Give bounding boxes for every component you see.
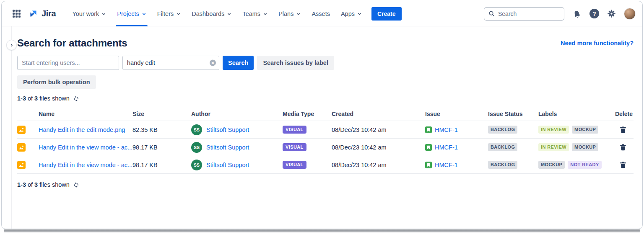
label-badge: MOCKUP [538,161,565,169]
nav-item-plans[interactable]: Plans [273,1,306,26]
user-avatar[interactable] [624,8,636,20]
author-link[interactable]: Stiltsoft Support [206,144,249,151]
need-more-functionality-link[interactable]: Need more functionality? [561,40,634,46]
refresh-icon[interactable] [73,182,79,188]
create-button[interactable]: Create [371,7,402,21]
search-icon [488,10,495,17]
created-date: 08/Dec/23 10:42 am [332,126,425,133]
file-size: 98.17 KB [132,144,191,151]
nav-item-projects[interactable]: Projects [112,1,151,26]
search-button[interactable]: Search [223,56,254,70]
header-delete: Delete [613,111,634,117]
label-badge: IN REVIEW [538,143,569,151]
file-name-link[interactable]: Handy Edit in the edit mode.png [39,126,125,133]
jira-logo-text: Jira [42,9,56,18]
nav-item-teams[interactable]: Teams [237,1,273,26]
global-search-input[interactable] [498,10,560,17]
bulk-operation-button[interactable]: Perform bulk operation [17,75,96,89]
search-by-label-button[interactable]: Search issues by label [257,56,334,70]
table-row: Handy Edit in the view mode - ac... 98.1… [17,139,634,156]
page-title: Search for attachments [17,37,127,49]
results-count-top: 1-3 of 3 files shown [17,95,634,102]
delete-button[interactable] [618,142,628,152]
sidebar-expand-button[interactable] [6,40,17,50]
nav-item-assets[interactable]: Assets [306,1,335,26]
author-avatar: SS [191,142,202,153]
window-bottom-edge [4,229,640,232]
author-link[interactable]: Stiltsoft Support [206,162,249,168]
header-issue: Issue [425,111,488,117]
chevron-down-icon [357,12,362,16]
chevron-down-icon [101,12,106,16]
delete-button[interactable] [618,125,628,134]
media-type-badge: VISUAL [283,126,306,134]
trash-icon [619,143,627,151]
author-avatar: SS [191,124,202,135]
header-author: Author [191,111,283,117]
label-badge: IN REVIEW [538,126,569,134]
issue-status-badge: BACKLOG [488,143,517,151]
issue-link[interactable]: HMCF-1 [435,162,458,168]
media-type-badge: VISUAL [283,143,306,151]
settings-gear-icon[interactable] [607,9,616,18]
delete-button[interactable] [618,160,628,170]
attachments-table: Name Size Author Media Type Created Issu… [17,107,634,174]
main-content: Search for attachments Need more functio… [2,37,642,188]
chevron-down-icon [142,12,146,16]
sidebar-divider [11,26,12,229]
trash-icon [619,161,627,169]
file-name-link[interactable]: Handy Edit in the view mode - ac... [39,144,132,151]
chevron-right-icon [10,43,14,47]
issue-link[interactable]: HMCF-1 [435,126,458,133]
header-created: Created [332,111,425,117]
nav-item-apps[interactable]: Apps [335,1,367,26]
media-type-badge: VISUAL [283,161,306,169]
refresh-icon[interactable] [73,95,79,102]
table-header-row: Name Size Author Media Type Created Issu… [17,107,634,121]
story-issue-icon [425,126,432,133]
browser-window: Jira Your work Projects Filters Dashboar… [1,1,643,229]
author-link[interactable]: Stiltsoft Support [206,126,249,133]
header-media-type: Media Type [283,111,332,117]
nav-item-your-work[interactable]: Your work [67,1,112,26]
users-filter-input[interactable] [17,56,119,70]
header-name: Name [39,111,132,117]
story-issue-icon [425,144,432,151]
author-avatar: SS [191,160,202,170]
trash-icon [619,126,627,134]
clear-input-icon[interactable]: ✕ [210,60,216,66]
file-size: 82.35 KB [132,126,191,133]
file-type-image-icon [17,126,39,134]
file-name-link[interactable]: Handy Edit in the view mode - ac... [39,162,132,168]
file-type-image-icon [17,161,39,169]
help-icon[interactable]: ? [589,9,599,18]
notification-bell-icon[interactable] [572,9,582,18]
jira-logo[interactable]: Jira [28,8,56,19]
nav-item-dashboards[interactable]: Dashboards [186,1,237,26]
story-issue-icon [425,162,432,168]
chevron-down-icon [263,12,267,16]
label-badge: NOT READY [568,161,601,169]
file-type-image-icon [17,143,39,152]
created-date: 08/Dec/23 10:42 am [332,162,425,168]
issue-link[interactable]: HMCF-1 [435,144,458,151]
table-row: Handy Edit in the edit mode.png 82.35 KB… [17,121,634,139]
top-navbar: Jira Your work Projects Filters Dashboar… [2,1,642,26]
issue-status-badge: BACKLOG [488,161,517,169]
table-row: Handy Edit in the view mode - ac... 98.1… [17,156,634,174]
header-size: Size [132,111,191,117]
app-switcher-icon[interactable] [13,10,21,18]
label-badge: MOCKUP [572,143,598,151]
query-input[interactable] [122,56,219,70]
chevron-down-icon [227,12,231,16]
nav-item-filters[interactable]: Filters [152,1,186,26]
header-issue-status: Issue Status [488,111,538,117]
chevron-down-icon [296,12,301,16]
chevron-down-icon [176,12,181,16]
results-count-bottom: 1-3 of 3 files shown [17,181,634,188]
global-search-box[interactable] [484,7,564,21]
file-size: 98.17 KB [132,162,191,168]
issue-status-badge: BACKLOG [488,126,517,134]
created-date: 08/Dec/23 10:42 am [332,144,425,151]
header-labels: Labels [538,111,613,117]
